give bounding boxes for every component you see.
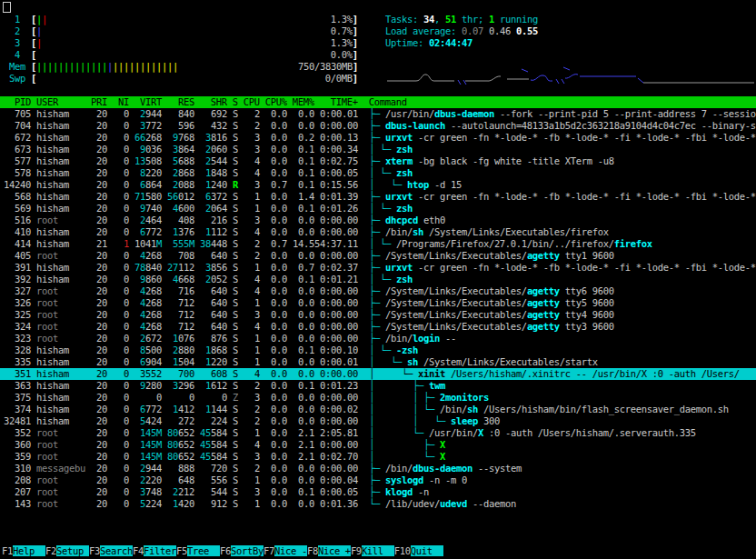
pid-cell: 672 — [4, 132, 31, 143]
virt-cell: 268 — [145, 132, 162, 143]
process-row[interactable]: 410 hisham 20 0 6772 1376 1112 S 4 0.0 0… — [0, 226, 756, 238]
time-cell: 0:00.00 — [314, 463, 358, 474]
tree-branch: ├─ — [369, 226, 385, 237]
process-row[interactable]: 375 hisham 20 0 0 0 0 Z 3 0.0 0.0 0:00.0… — [0, 392, 756, 404]
time-cell: 0:00.00 — [314, 415, 358, 426]
process-row[interactable]: 568 hisham 20 0 71580 56012 6372 S 1 0.0… — [0, 191, 756, 203]
tree-branch: │ └─ — [369, 179, 407, 190]
user-cell: root — [36, 451, 85, 462]
virt-cell: 268 — [145, 309, 162, 320]
cpu-pct-cell: 0.0 — [265, 167, 287, 178]
tree-branch: │ └─ — [369, 167, 396, 178]
process-row[interactable]: 327 root 20 0 4268 716 640 S 4 0.0 0.0 0… — [0, 285, 756, 297]
process-row[interactable]: 577 hisham 20 0 13508 5688 2544 S 4 0.0 … — [0, 155, 756, 167]
process-row[interactable]: 704 hisham 20 0 3772 596 432 S 2 0.0 0.0… — [0, 120, 756, 132]
fnkey-f3[interactable]: F3 — [89, 545, 100, 556]
process-row[interactable]: 326 root 20 0 4268 712 640 S 1 0.0 0.0 0… — [0, 297, 756, 309]
command-cell: sleep — [451, 415, 478, 426]
cpu-cell: 3 — [244, 179, 260, 190]
tasks-summary-segment: running — [494, 14, 538, 25]
fnkey-f9-label[interactable]: Kill — [362, 545, 394, 556]
process-row[interactable]: 569 hisham 20 0 9740 4600 2064 S 1 0.0 0… — [0, 203, 756, 215]
fnkey-f8-label[interactable]: Nice + — [318, 545, 351, 556]
tree-branch: ├─ — [369, 321, 385, 332]
tree-branch: └─ — [369, 498, 385, 509]
process-row[interactable]: 328 hisham 20 0 8500 2880 1868 S 1 0.0 0… — [0, 344, 756, 356]
process-row[interactable]: 324 root 20 0 4268 712 640 S 4 0.0 0.0 0… — [0, 321, 756, 333]
fnkey-f5-label[interactable]: Tree — [187, 545, 220, 556]
mem-pct-cell: 0.0 — [293, 120, 314, 131]
time-cell: 0:00.00 — [314, 439, 358, 450]
cpu-pct-cell: 0.0 — [265, 321, 287, 332]
process-row[interactable]: 578 hisham 20 0 8220 2868 1848 S 4 0.0 0… — [0, 167, 756, 179]
user-cell: root — [36, 486, 85, 497]
process-row[interactable]: 363 hisham 20 0 9280 3296 1612 S 2 0.0 0… — [0, 380, 756, 392]
fnkey-f1-label[interactable]: Help — [13, 545, 45, 556]
process-row[interactable]: 325 root 20 0 4268 712 640 S 3 0.0 0.0 0… — [0, 309, 756, 321]
fnkey-f8[interactable]: F8 — [307, 545, 318, 556]
process-row[interactable]: 14240 hisham 20 0 6864 2088 1240 R 3 0.7… — [0, 179, 756, 191]
process-row[interactable]: 414 hisham 21 1 1041M 555M 38448 S 2 0.7… — [0, 238, 756, 250]
process-row[interactable]: 32481 hisham 20 0 5424 272 224 S 2 0.0 0… — [0, 415, 756, 427]
fnkey-f2-label[interactable]: Setup — [56, 545, 89, 556]
meter-caption: Mem — [4, 61, 31, 72]
process-row[interactable]: 673 hisham 20 0 9036 3864 2060 S 3 0.0 0… — [0, 144, 756, 155]
fnkey-f1[interactable]: F1 — [2, 545, 13, 556]
time-cell: 0:02.37 — [314, 262, 358, 273]
pid-cell: 327 — [4, 285, 31, 296]
user-cell: root — [36, 285, 85, 296]
fnkey-f7[interactable]: F7 — [264, 545, 274, 556]
process-row[interactable]: 335 hisham 20 0 6904 1504 1220 S 1 0.0 0… — [0, 356, 756, 368]
fnkey-f9[interactable]: F9 — [351, 545, 362, 556]
fnkey-f4[interactable]: F4 — [133, 545, 144, 556]
process-row[interactable]: 143 root 20 0 5224 1420 912 S 1 0.0 0.0 … — [0, 498, 756, 510]
process-row[interactable]: 705 hisham 20 0 2944 840 692 S 2 0.0 0.0… — [0, 108, 756, 120]
process-row[interactable]: 359 root 20 0 145M 80652 45584 S 3 0.0 2… — [0, 451, 756, 463]
nice-cell: 0 — [113, 474, 129, 485]
process-row[interactable]: 207 root 20 0 3748 2212 544 S 3 0.0 0.1 … — [0, 486, 756, 498]
fnkey-f6[interactable]: F6 — [220, 545, 231, 556]
mem-pct-cell: 0.0 — [293, 463, 314, 474]
shr-cell: 060 — [211, 144, 227, 155]
mem-pct-cell: 0.1 — [293, 144, 314, 155]
fnkey-f6-label[interactable]: SortBy — [231, 545, 264, 556]
virt-cell: 424 — [145, 415, 162, 426]
command-cell: tty6 9600 — [560, 285, 614, 296]
cpu-cell: 2 — [244, 238, 260, 249]
process-row[interactable]: 374 hisham 20 0 6772 1412 1144 S 2 0.0 0… — [0, 404, 756, 415]
fnkey-f7-label[interactable]: Nice - — [274, 545, 307, 556]
fnkey-f2[interactable]: F2 — [45, 545, 56, 556]
nice-cell: 0 — [113, 167, 129, 178]
process-row[interactable]: 516 root 20 0 2464 408 216 S 3 0.0 0.0 0… — [0, 215, 756, 226]
uptime-segment: 02:44:47 — [429, 37, 472, 48]
mem-pct-cell: 0.0 — [293, 356, 314, 367]
fnkey-f4-label[interactable]: Filter — [144, 545, 176, 556]
process-row[interactable]: 391 hisham 20 0 78840 27112 3856 S 1 0.0… — [0, 262, 756, 274]
time-cell: 0:02.70 — [314, 451, 358, 462]
process-row[interactable]: 208 root 20 0 2220 648 556 S 1 0.0 0.0 0… — [0, 474, 756, 486]
command-cell: tty5 9600 — [560, 297, 614, 308]
cpu-cell: 4 — [244, 274, 260, 284]
fnkey-f10[interactable]: F10 — [394, 545, 411, 556]
process-row[interactable]: 352 root 20 0 145M 80652 45584 S 1 0.0 2… — [0, 427, 756, 439]
process-row[interactable]: 360 root 20 0 145M 80652 45584 S 4 0.0 2… — [0, 439, 756, 451]
fnkey-f10-label[interactable]: Quit — [411, 545, 443, 556]
process-table-header[interactable]: PID USER PRI NI VIRT RES SHR S CPU CPU% … — [0, 96, 756, 108]
process-row[interactable]: 672 hisham 20 0 66268 9768 3816 S 3 0.0 … — [0, 132, 756, 144]
cpu-cell: 3 — [244, 392, 260, 403]
res-cell: 880 — [178, 344, 194, 355]
fnkey-f3-label[interactable]: Search — [100, 545, 133, 556]
pid-cell: 328 — [4, 344, 31, 355]
process-row[interactable]: 405 root 20 0 4268 708 640 S 2 0.0 0.0 0… — [0, 250, 756, 262]
nice-cell: 0 — [113, 498, 129, 509]
shr-cell: 640 — [211, 285, 227, 296]
process-row[interactable]: 323 root 20 0 2672 1076 876 S 1 0.0 0.0 … — [0, 333, 756, 344]
time-cell: 0:00.00 — [314, 368, 358, 379]
command-cell: agetty — [527, 297, 560, 308]
command-cell: login — [413, 333, 440, 344]
process-row[interactable]: 392 hisham 20 0 9860 4668 2052 S 4 0.0 0… — [0, 274, 756, 285]
user-cell: hisham — [36, 120, 85, 131]
fnkey-f5[interactable]: F5 — [176, 545, 187, 556]
process-row[interactable]: 351 hisham 20 0 3552 700 608 S 4 0.0 0.0… — [0, 368, 756, 380]
process-row[interactable]: 310 messagebu 20 0 2944 888 720 S 2 0.0 … — [0, 463, 756, 474]
